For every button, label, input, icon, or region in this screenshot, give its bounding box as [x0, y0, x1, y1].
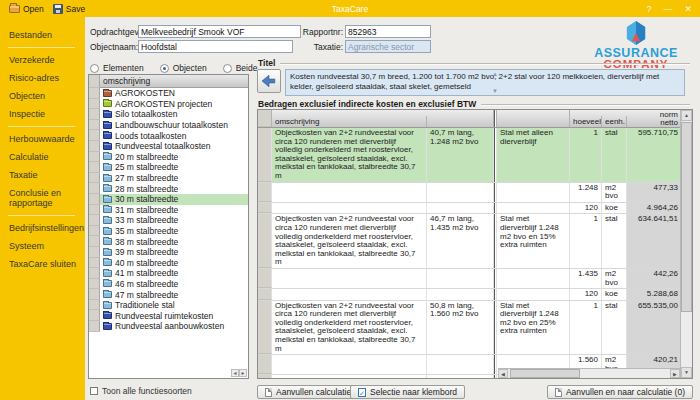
table-row[interactable]: 1.248m2 bvo477,33	[258, 183, 692, 203]
tree-item[interactable]: AGROKOSTEN projecten	[89, 99, 248, 110]
table-row[interactable]: 120koe5.288,68	[258, 289, 692, 301]
scroll-right-icon[interactable]: ▸	[239, 369, 247, 377]
header-eenh[interactable]: eenh.	[602, 116, 627, 127]
tree-item[interactable]: Traditionele stal	[89, 300, 248, 311]
header-norm-line2: netto	[660, 119, 678, 127]
sidebar-item-taxatie[interactable]: Taxatie	[0, 166, 85, 184]
title-box-scrollbar[interactable]: ▲▼	[492, 71, 498, 94]
tree-item[interactable]: 20 m stalbreedte	[89, 152, 248, 163]
tree-row-gutter	[89, 183, 100, 194]
table-row[interactable]: Objectkosten van 2+2 rundveestal voor ci…	[258, 128, 692, 183]
tree-item[interactable]: 38 m stalbreedte	[89, 236, 248, 247]
objectnaam-field[interactable]	[138, 40, 293, 53]
tree-item[interactable]: Rundveestal ruimtekosten	[89, 310, 248, 321]
folder-icon	[103, 196, 112, 203]
cell-hoeveel: 1	[570, 214, 602, 268]
horizontal-scroll-thumb[interactable]	[510, 369, 580, 378]
show-all-checkbox-row[interactable]: Toon alle functiesoorten	[90, 386, 192, 396]
tree-item[interactable]: 39 m stalbreedte	[89, 247, 248, 258]
radio-icon	[160, 64, 169, 73]
sidebar-item-taxacare-sluiten[interactable]: TaxaCare sluiten	[0, 255, 85, 273]
sidebar-item-risico-adres[interactable]: Risico-adres	[0, 69, 85, 87]
radio-option-objecten[interactable]: Objecten	[160, 63, 207, 73]
sidebar-item-herbouwwaarde[interactable]: Herbouwwaarde	[0, 130, 85, 148]
rapportnr-field[interactable]	[345, 25, 431, 38]
sidebar-item-bestanden[interactable]: Bestanden	[0, 26, 85, 44]
footer-button-aanvullen-calculatie[interactable]: Aanvullen calculatie	[257, 385, 359, 399]
footer-button-aanvullen-en-naar-calculatie-0[interactable]: Aanvullen en naar calculatie (0)	[547, 385, 693, 399]
scroll-up-icon[interactable]: ▲	[681, 110, 692, 121]
tree-item[interactable]: 28 m stalbreedte	[89, 183, 248, 194]
title-text-box[interactable]: Kosten rundveestal 30,7 m breed, 1.200 t…	[285, 69, 685, 96]
cell-dims	[427, 355, 494, 374]
table-row[interactable]: Objectkosten van 2+2 rundveestal voor ci…	[258, 301, 692, 356]
tree-item[interactable]: Loods totaalkosten	[89, 130, 248, 141]
radio-option-elementen[interactable]: Elementen	[90, 63, 144, 73]
checkbox-icon[interactable]	[90, 387, 98, 395]
scroll-up-icon[interactable]: ▲	[492, 71, 498, 77]
cell-norm-netto: 4.964,26	[627, 203, 682, 214]
folder-icon	[103, 238, 112, 245]
tree-item[interactable]: 40 m stalbreedte	[89, 258, 248, 269]
tree-item[interactable]: 47 m stalbreedte	[89, 289, 248, 300]
tree-item[interactable]: Landbouwschuur totaalkosten	[89, 120, 248, 131]
tree-item-label: AGROKOSTEN	[115, 88, 175, 98]
tree-row-gutter	[89, 152, 100, 163]
cell-eenh: koe	[602, 289, 627, 300]
radio-option-beide[interactable]: Beide	[223, 63, 258, 73]
sidebar-item-systeem[interactable]: Systeem	[0, 237, 85, 255]
cell-type: Stal met dierverblijf 1.248 m2 bvo en 15…	[497, 214, 570, 268]
tree-item-label: 40 m stalbreedte	[115, 258, 178, 268]
help-button[interactable]: ?	[646, 4, 651, 14]
tree-item-label: 20 m stalbreedte	[115, 152, 178, 162]
table-vertical-scrollbar[interactable]: ▲ ▼	[680, 110, 692, 378]
tree-item[interactable]: 30 m stalbreedte	[89, 194, 248, 205]
table-row[interactable]: 1.435m2 bvo442,26	[258, 269, 692, 289]
scroll-left-icon[interactable]: ◂	[231, 369, 239, 377]
table-horizontal-scrollbar[interactable]: ◀ ▶	[498, 368, 680, 378]
scroll-down-icon[interactable]: ▼	[492, 88, 498, 94]
tree-item[interactable]: 27 m stalbreedte	[89, 173, 248, 184]
tree-item-label: 39 m stalbreedte	[115, 247, 178, 257]
tree-item[interactable]: 41 m stalbreedte	[89, 268, 248, 279]
table-row[interactable]: 120koe4.964,26	[258, 203, 692, 215]
tree-item-label: 35 m stalbreedte	[115, 226, 178, 236]
tree-item[interactable]: 33 m stalbreedte	[89, 215, 248, 226]
opdrachtgever-field[interactable]	[138, 25, 301, 38]
sidebar-item-calculatie[interactable]: Calculatie	[0, 148, 85, 166]
folder-icon	[103, 312, 112, 319]
sidebar-item-objecten[interactable]: Objecten	[0, 87, 85, 105]
tree-item[interactable]: 31 m stalbreedte	[89, 205, 248, 216]
folder-icon	[103, 164, 112, 171]
footer-button-selectie-naar-klembord[interactable]: Selectie naar klembord	[350, 385, 465, 399]
tree-row-gutter	[89, 215, 100, 226]
scroll-left-icon[interactable]: ◀	[498, 369, 508, 378]
header-norm-netto[interactable]: normnetto	[627, 110, 682, 127]
close-button[interactable]: ✕	[684, 4, 692, 14]
tree-item[interactable]: Silo totaalkosten	[89, 109, 248, 120]
tree-item[interactable]: 46 m stalbreedte	[89, 279, 248, 290]
tree-item-label: 27 m stalbreedte	[115, 173, 178, 183]
table-row[interactable]: Objectkosten van 2+2 rundveestal voor ci…	[258, 214, 692, 269]
minimize-button[interactable]: —	[663, 4, 672, 14]
vertical-scroll-thumb[interactable]	[681, 122, 692, 312]
tree-item[interactable]: Rundveestal aanbouwkosten	[89, 321, 248, 332]
tree-item[interactable]: Rundveestal totaalkosten	[89, 141, 248, 152]
sidebar-item-inspectie[interactable]: Inspectie	[0, 105, 85, 123]
tree-horizontal-scrollbar[interactable]: ◂ ▸	[231, 369, 247, 377]
tree-item[interactable]: AGROKOSTEN	[89, 88, 248, 99]
sidebar-item-bedrijfsinstellingen[interactable]: Bedrijfsinstellingen	[0, 219, 85, 237]
radio-icon	[223, 64, 232, 73]
previous-title-button[interactable]	[257, 69, 281, 93]
sidebar-item-conclusie-en-rapportage[interactable]: Conclusie en rapportage	[0, 184, 85, 212]
sidebar-item-verzekerde[interactable]: Verzekerde	[0, 51, 85, 69]
tree-item[interactable]: 25 m stalbreedte	[89, 162, 248, 173]
scroll-down-icon[interactable]: ▼	[681, 367, 692, 378]
tree-row-gutter	[89, 88, 100, 99]
header-omschrijving[interactable]: omschrijving	[272, 116, 427, 127]
cell-type: Stal met alleen dierverblijf	[497, 128, 570, 182]
header-hoeveel[interactable]: hoeveel	[570, 116, 602, 127]
tree-item[interactable]: 35 m stalbreedte	[89, 226, 248, 237]
scroll-right-icon[interactable]: ▶	[670, 369, 680, 378]
folder-icon	[103, 143, 112, 150]
